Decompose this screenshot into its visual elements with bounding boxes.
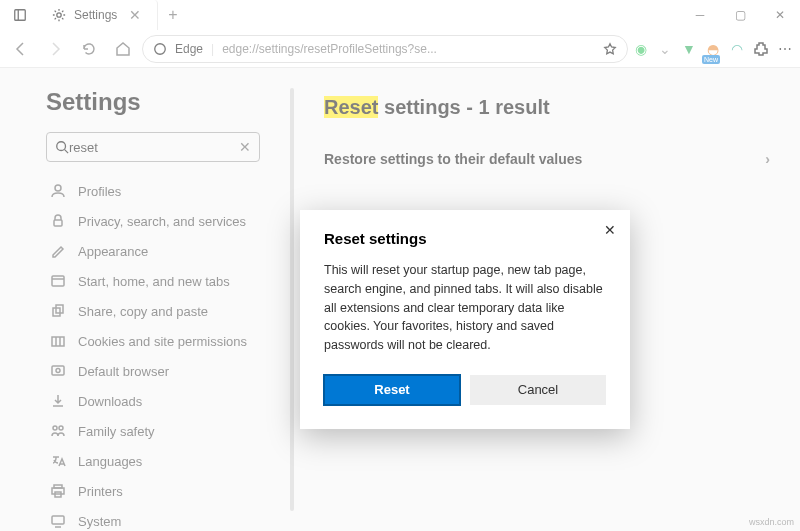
dialog-title: Reset settings — [324, 230, 606, 247]
cancel-button[interactable]: Cancel — [470, 375, 606, 405]
reset-button[interactable]: Reset — [324, 375, 460, 405]
watermark: wsxdn.com — [749, 517, 794, 527]
reset-settings-dialog: ✕ Reset settings This will reset your st… — [300, 210, 630, 429]
dialog-body: This will reset your startup page, new t… — [324, 261, 606, 355]
dialog-close-icon[interactable]: ✕ — [604, 222, 616, 238]
